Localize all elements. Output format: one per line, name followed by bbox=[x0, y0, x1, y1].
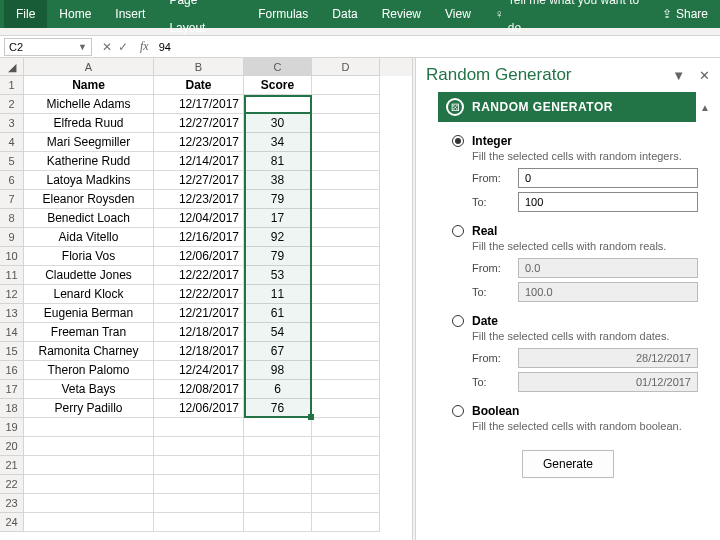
scroll-up-icon[interactable]: ▲ bbox=[700, 102, 710, 113]
cell-score[interactable]: 53 bbox=[244, 266, 312, 285]
cell-header-date[interactable]: Date bbox=[154, 76, 244, 95]
cell-empty[interactable] bbox=[154, 437, 244, 456]
cell-header-score[interactable]: Score bbox=[244, 76, 312, 95]
cell-empty[interactable] bbox=[24, 513, 154, 532]
ribbon-tab-data[interactable]: Data bbox=[320, 0, 369, 28]
cancel-icon[interactable]: ✕ bbox=[102, 40, 112, 54]
cell-empty[interactable] bbox=[312, 399, 380, 418]
row-header[interactable]: 7 bbox=[0, 190, 24, 209]
cell-empty[interactable] bbox=[312, 456, 380, 475]
pane-menu-icon[interactable]: ▼ bbox=[672, 68, 685, 83]
tell-me-search[interactable]: ♀ Tell me what you want to do bbox=[483, 0, 662, 42]
cell-score[interactable]: 61 bbox=[244, 304, 312, 323]
cell-date[interactable]: 12/22/2017 bbox=[154, 266, 244, 285]
row-header[interactable]: 24 bbox=[0, 513, 24, 532]
radio-date[interactable] bbox=[452, 315, 464, 327]
cell-score[interactable]: 79 bbox=[244, 247, 312, 266]
cell-empty[interactable] bbox=[312, 209, 380, 228]
row-header[interactable]: 14 bbox=[0, 323, 24, 342]
row-header[interactable]: 13 bbox=[0, 304, 24, 323]
cell-date[interactable]: 12/18/2017 bbox=[154, 342, 244, 361]
cell-score[interactable]: 11 bbox=[244, 285, 312, 304]
cell-empty[interactable] bbox=[312, 323, 380, 342]
cell-score[interactable]: 76 bbox=[244, 399, 312, 418]
cell-empty[interactable] bbox=[312, 494, 380, 513]
cell-empty[interactable] bbox=[244, 475, 312, 494]
ribbon-tab-page-layout[interactable]: Page Layout bbox=[157, 0, 246, 42]
cell-name[interactable]: Veta Bays bbox=[24, 380, 154, 399]
cell-name[interactable]: Katherine Rudd bbox=[24, 152, 154, 171]
cell-date[interactable]: 12/22/2017 bbox=[154, 285, 244, 304]
row-header[interactable]: 5 bbox=[0, 152, 24, 171]
cell-score[interactable]: 67 bbox=[244, 342, 312, 361]
cell-name[interactable]: Mari Seegmiller bbox=[24, 133, 154, 152]
cell-empty[interactable] bbox=[312, 95, 380, 114]
cell-empty[interactable] bbox=[312, 266, 380, 285]
cell-empty[interactable] bbox=[154, 513, 244, 532]
cell-empty[interactable] bbox=[244, 494, 312, 513]
ribbon-tab-review[interactable]: Review bbox=[370, 0, 433, 28]
row-header[interactable]: 16 bbox=[0, 361, 24, 380]
cell-score[interactable]: 92 bbox=[244, 228, 312, 247]
row-header[interactable]: 12 bbox=[0, 285, 24, 304]
cell-name[interactable]: Michelle Adams bbox=[24, 95, 154, 114]
row-header[interactable]: 20 bbox=[0, 437, 24, 456]
cell-empty[interactable] bbox=[244, 437, 312, 456]
cell-empty[interactable] bbox=[24, 456, 154, 475]
cell-empty[interactable] bbox=[154, 456, 244, 475]
ribbon-tab-home[interactable]: Home bbox=[47, 0, 103, 28]
row-header[interactable]: 3 bbox=[0, 114, 24, 133]
cell-empty[interactable] bbox=[312, 247, 380, 266]
cell-empty[interactable] bbox=[154, 475, 244, 494]
row-header[interactable]: 2 bbox=[0, 95, 24, 114]
cell-empty[interactable] bbox=[244, 418, 312, 437]
column-header-b[interactable]: B bbox=[154, 58, 244, 76]
cell-score[interactable]: 38 bbox=[244, 171, 312, 190]
row-header[interactable]: 19 bbox=[0, 418, 24, 437]
cell-name[interactable]: Eugenia Berman bbox=[24, 304, 154, 323]
cell-name[interactable]: Claudette Jones bbox=[24, 266, 154, 285]
cell-empty[interactable] bbox=[312, 361, 380, 380]
row-header[interactable]: 4 bbox=[0, 133, 24, 152]
cell-date[interactable]: 12/18/2017 bbox=[154, 323, 244, 342]
cell-date[interactable]: 12/08/2017 bbox=[154, 380, 244, 399]
close-icon[interactable]: ✕ bbox=[699, 68, 710, 83]
cell-date[interactable]: 12/16/2017 bbox=[154, 228, 244, 247]
cell-empty[interactable] bbox=[24, 437, 154, 456]
ribbon-tab-view[interactable]: View bbox=[433, 0, 483, 28]
ribbon-tab-insert[interactable]: Insert bbox=[103, 0, 157, 28]
integer-to-input[interactable] bbox=[518, 192, 698, 212]
cell-name[interactable]: Elfreda Ruud bbox=[24, 114, 154, 133]
cell-date[interactable]: 12/21/2017 bbox=[154, 304, 244, 323]
cell-name[interactable]: Benedict Loach bbox=[24, 209, 154, 228]
cell-empty[interactable] bbox=[312, 171, 380, 190]
cell-score[interactable]: 81 bbox=[244, 152, 312, 171]
cell-score[interactable]: 98 bbox=[244, 361, 312, 380]
cell-date[interactable]: 12/27/2017 bbox=[154, 114, 244, 133]
ribbon-tab-file[interactable]: File bbox=[4, 0, 47, 28]
cell-name[interactable]: Perry Padillo bbox=[24, 399, 154, 418]
row-header[interactable]: 22 bbox=[0, 475, 24, 494]
cell-date[interactable]: 12/04/2017 bbox=[154, 209, 244, 228]
cell-name[interactable]: Eleanor Roysden bbox=[24, 190, 154, 209]
cell-empty[interactable] bbox=[312, 418, 380, 437]
cell-date[interactable]: 12/27/2017 bbox=[154, 171, 244, 190]
cell-empty[interactable] bbox=[312, 114, 380, 133]
cell-empty[interactable] bbox=[312, 152, 380, 171]
cell-empty[interactable] bbox=[312, 475, 380, 494]
row-header[interactable]: 11 bbox=[0, 266, 24, 285]
cell-header-name[interactable]: Name bbox=[24, 76, 154, 95]
column-header-a[interactable]: A bbox=[24, 58, 154, 76]
row-header[interactable]: 21 bbox=[0, 456, 24, 475]
column-header-d[interactable]: D bbox=[312, 58, 380, 76]
cell-empty[interactable] bbox=[244, 456, 312, 475]
row-header[interactable]: 8 bbox=[0, 209, 24, 228]
cell-empty[interactable] bbox=[24, 418, 154, 437]
spreadsheet-grid[interactable]: ◢ A B C D 1 Name Date Score 2 Michelle A… bbox=[0, 58, 412, 540]
cell-score[interactable]: 54 bbox=[244, 323, 312, 342]
integer-from-input[interactable] bbox=[518, 168, 698, 188]
ribbon-tab-formulas[interactable]: Formulas bbox=[246, 0, 320, 28]
cell-name[interactable]: Aida Vitello bbox=[24, 228, 154, 247]
row-header[interactable]: 1 bbox=[0, 76, 24, 95]
cell-date[interactable]: 12/23/2017 bbox=[154, 133, 244, 152]
